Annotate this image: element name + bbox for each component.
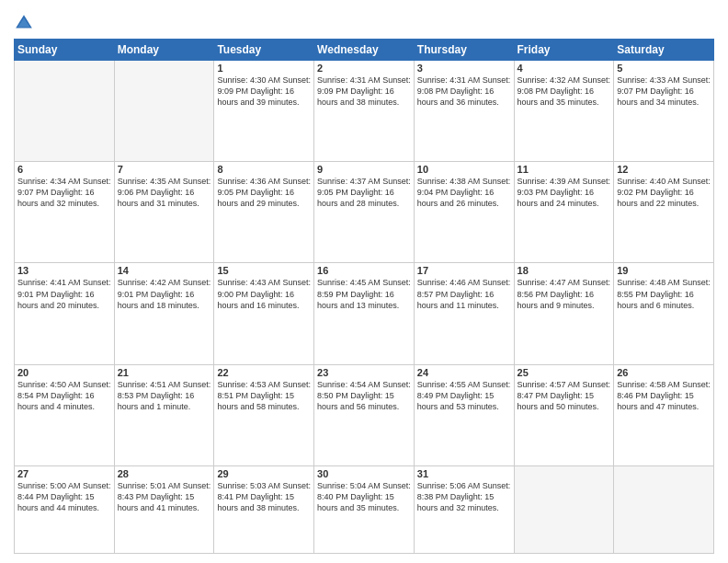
day-number: 20: [17, 367, 111, 378]
day-info: Sunrise: 4:46 AM Sunset: 8:57 PM Dayligh…: [417, 277, 511, 310]
day-info: Sunrise: 4:33 AM Sunset: 9:07 PM Dayligh…: [617, 75, 711, 108]
calendar-cell: [114, 61, 214, 162]
calendar-week-4: 20Sunrise: 4:50 AM Sunset: 8:54 PM Dayli…: [15, 364, 714, 465]
day-number: 9: [317, 164, 411, 175]
day-info: Sunrise: 4:34 AM Sunset: 9:07 PM Dayligh…: [17, 176, 111, 209]
day-info: Sunrise: 4:43 AM Sunset: 9:00 PM Dayligh…: [217, 277, 311, 310]
day-info: Sunrise: 4:30 AM Sunset: 9:09 PM Dayligh…: [217, 75, 311, 108]
calendar-cell: 10Sunrise: 4:38 AM Sunset: 9:04 PM Dayli…: [414, 162, 514, 263]
day-info: Sunrise: 4:58 AM Sunset: 8:46 PM Dayligh…: [617, 379, 711, 412]
day-number: 13: [17, 265, 111, 276]
calendar-cell: 14Sunrise: 4:42 AM Sunset: 9:01 PM Dayli…: [114, 263, 214, 364]
day-info: Sunrise: 4:38 AM Sunset: 9:04 PM Dayligh…: [417, 176, 511, 209]
page: SundayMondayTuesdayWednesdayThursdayFrid…: [0, 0, 728, 563]
day-info: Sunrise: 5:06 AM Sunset: 8:38 PM Dayligh…: [417, 480, 511, 513]
day-info: Sunrise: 4:32 AM Sunset: 9:08 PM Dayligh…: [518, 75, 611, 108]
calendar: SundayMondayTuesdayWednesdayThursdayFrid…: [14, 39, 714, 554]
calendar-cell: 13Sunrise: 4:41 AM Sunset: 9:01 PM Dayli…: [15, 263, 115, 364]
day-number: 3: [417, 63, 511, 74]
day-info: Sunrise: 4:45 AM Sunset: 8:59 PM Dayligh…: [317, 277, 411, 310]
calendar-cell: 9Sunrise: 4:37 AM Sunset: 9:05 PM Daylig…: [314, 162, 415, 263]
day-number: 15: [217, 265, 311, 276]
day-number: 2: [317, 63, 411, 74]
day-number: 10: [417, 164, 511, 175]
day-info: Sunrise: 4:37 AM Sunset: 9:05 PM Dayligh…: [317, 176, 411, 209]
calendar-header-friday: Friday: [514, 40, 614, 61]
day-info: Sunrise: 5:04 AM Sunset: 8:40 PM Dayligh…: [317, 480, 411, 513]
calendar-cell: 7Sunrise: 4:35 AM Sunset: 9:06 PM Daylig…: [114, 162, 214, 263]
calendar-cell: [514, 465, 614, 553]
day-number: 1: [217, 63, 311, 74]
calendar-cell: 21Sunrise: 4:51 AM Sunset: 8:53 PM Dayli…: [114, 364, 214, 465]
logo: [14, 13, 38, 33]
day-info: Sunrise: 5:03 AM Sunset: 8:41 PM Dayligh…: [217, 480, 311, 513]
calendar-cell: 30Sunrise: 5:04 AM Sunset: 8:40 PM Dayli…: [314, 465, 415, 553]
calendar-cell: [15, 61, 115, 162]
day-number: 23: [317, 367, 411, 378]
calendar-header-saturday: Saturday: [614, 40, 714, 61]
day-number: 5: [617, 63, 711, 74]
day-info: Sunrise: 4:31 AM Sunset: 9:08 PM Dayligh…: [417, 75, 511, 108]
day-number: 18: [518, 265, 611, 276]
day-number: 7: [118, 164, 211, 175]
day-number: 24: [417, 367, 511, 378]
calendar-header-row: SundayMondayTuesdayWednesdayThursdayFrid…: [15, 40, 714, 61]
calendar-cell: 25Sunrise: 4:57 AM Sunset: 8:47 PM Dayli…: [514, 364, 614, 465]
calendar-cell: 27Sunrise: 5:00 AM Sunset: 8:44 PM Dayli…: [15, 465, 115, 553]
day-info: Sunrise: 4:39 AM Sunset: 9:03 PM Dayligh…: [518, 176, 611, 209]
day-number: 6: [17, 164, 111, 175]
day-number: 21: [118, 367, 211, 378]
day-info: Sunrise: 4:36 AM Sunset: 9:05 PM Dayligh…: [217, 176, 311, 209]
calendar-cell: 29Sunrise: 5:03 AM Sunset: 8:41 PM Dayli…: [214, 465, 314, 553]
calendar-cell: 1Sunrise: 4:30 AM Sunset: 9:09 PM Daylig…: [214, 61, 314, 162]
day-number: 25: [518, 367, 611, 378]
calendar-cell: [614, 465, 714, 553]
calendar-cell: 26Sunrise: 4:58 AM Sunset: 8:46 PM Dayli…: [614, 364, 714, 465]
day-number: 19: [617, 265, 711, 276]
calendar-header-sunday: Sunday: [15, 40, 115, 61]
calendar-cell: 24Sunrise: 4:55 AM Sunset: 8:49 PM Dayli…: [414, 364, 514, 465]
day-number: 22: [217, 367, 311, 378]
day-number: 31: [417, 468, 511, 479]
day-info: Sunrise: 4:51 AM Sunset: 8:53 PM Dayligh…: [118, 379, 211, 412]
calendar-week-2: 6Sunrise: 4:34 AM Sunset: 9:07 PM Daylig…: [15, 162, 714, 263]
calendar-cell: 20Sunrise: 4:50 AM Sunset: 8:54 PM Dayli…: [15, 364, 115, 465]
calendar-week-5: 27Sunrise: 5:00 AM Sunset: 8:44 PM Dayli…: [15, 465, 714, 553]
logo-icon: [14, 13, 34, 33]
calendar-header-tuesday: Tuesday: [214, 40, 314, 61]
calendar-cell: 6Sunrise: 4:34 AM Sunset: 9:07 PM Daylig…: [15, 162, 115, 263]
calendar-cell: 16Sunrise: 4:45 AM Sunset: 8:59 PM Dayli…: [314, 263, 415, 364]
day-number: 17: [417, 265, 511, 276]
day-number: 11: [518, 164, 611, 175]
calendar-cell: 17Sunrise: 4:46 AM Sunset: 8:57 PM Dayli…: [414, 263, 514, 364]
day-info: Sunrise: 4:40 AM Sunset: 9:02 PM Dayligh…: [617, 176, 711, 209]
day-number: 30: [317, 468, 411, 479]
calendar-week-1: 1Sunrise: 4:30 AM Sunset: 9:09 PM Daylig…: [15, 61, 714, 162]
calendar-cell: 19Sunrise: 4:48 AM Sunset: 8:55 PM Dayli…: [614, 263, 714, 364]
day-number: 28: [118, 468, 211, 479]
day-info: Sunrise: 4:48 AM Sunset: 8:55 PM Dayligh…: [617, 277, 711, 310]
calendar-cell: 3Sunrise: 4:31 AM Sunset: 9:08 PM Daylig…: [414, 61, 514, 162]
day-number: 14: [118, 265, 211, 276]
day-info: Sunrise: 4:41 AM Sunset: 9:01 PM Dayligh…: [17, 277, 111, 310]
calendar-header-wednesday: Wednesday: [314, 40, 415, 61]
day-info: Sunrise: 5:00 AM Sunset: 8:44 PM Dayligh…: [17, 480, 111, 513]
calendar-header-monday: Monday: [114, 40, 214, 61]
day-number: 29: [217, 468, 311, 479]
day-info: Sunrise: 4:55 AM Sunset: 8:49 PM Dayligh…: [417, 379, 511, 412]
calendar-cell: 12Sunrise: 4:40 AM Sunset: 9:02 PM Dayli…: [614, 162, 714, 263]
calendar-cell: 15Sunrise: 4:43 AM Sunset: 9:00 PM Dayli…: [214, 263, 314, 364]
day-info: Sunrise: 5:01 AM Sunset: 8:43 PM Dayligh…: [118, 480, 211, 513]
day-info: Sunrise: 4:31 AM Sunset: 9:09 PM Dayligh…: [317, 75, 411, 108]
calendar-cell: 22Sunrise: 4:53 AM Sunset: 8:51 PM Dayli…: [214, 364, 314, 465]
calendar-cell: 31Sunrise: 5:06 AM Sunset: 8:38 PM Dayli…: [414, 465, 514, 553]
day-number: 16: [317, 265, 411, 276]
header: [14, 9, 714, 33]
day-info: Sunrise: 4:57 AM Sunset: 8:47 PM Dayligh…: [518, 379, 611, 412]
calendar-header-thursday: Thursday: [414, 40, 514, 61]
calendar-cell: 23Sunrise: 4:54 AM Sunset: 8:50 PM Dayli…: [314, 364, 415, 465]
day-number: 12: [617, 164, 711, 175]
calendar-cell: 28Sunrise: 5:01 AM Sunset: 8:43 PM Dayli…: [114, 465, 214, 553]
day-number: 27: [17, 468, 111, 479]
calendar-cell: 4Sunrise: 4:32 AM Sunset: 9:08 PM Daylig…: [514, 61, 614, 162]
